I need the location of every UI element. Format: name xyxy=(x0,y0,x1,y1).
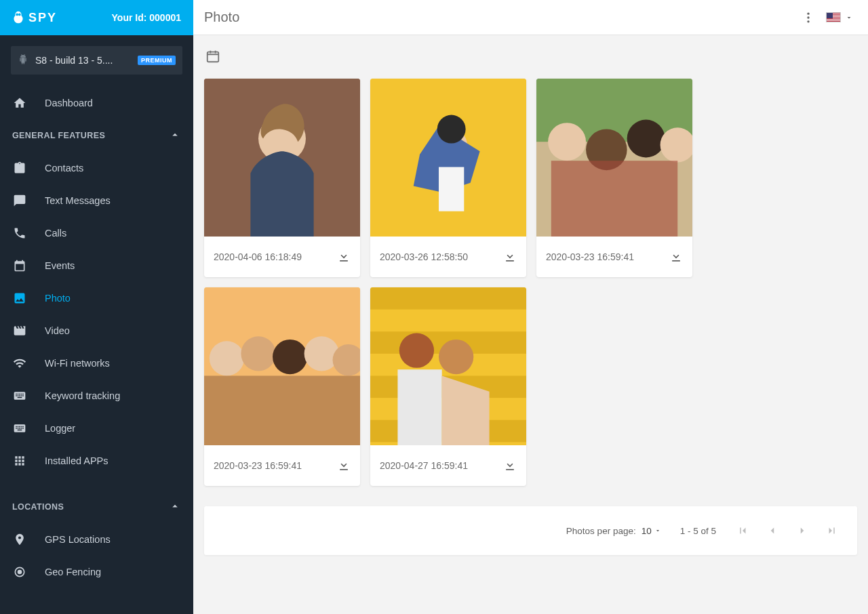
keyboard-icon xyxy=(12,421,27,436)
brand-text: SPY xyxy=(28,11,57,25)
photo-timestamp: 2020-04-27 16:59:41 xyxy=(380,460,468,471)
chevron-down-icon xyxy=(654,527,661,534)
per-page-label: Photos per page: xyxy=(566,526,636,536)
calendar-filter-button[interactable] xyxy=(205,49,222,65)
svg-point-15 xyxy=(548,123,586,161)
prev-page-button[interactable] xyxy=(765,523,780,538)
wifi-icon xyxy=(12,356,27,371)
sidebar-item-label: Installed APPs xyxy=(45,455,108,466)
chevron-down-icon xyxy=(845,14,853,22)
photo-card[interactable]: 2020-04-06 16:18:49 xyxy=(204,79,360,277)
sidebar-item-label: Dashboard xyxy=(45,98,93,108)
svg-point-23 xyxy=(241,336,275,371)
target-icon xyxy=(12,565,27,579)
video-icon xyxy=(12,323,27,338)
sidebar-item-label: Video xyxy=(45,325,70,336)
sidebar-item-gps-locations[interactable]: GPS Locations xyxy=(0,523,193,556)
sidebar-item-contacts[interactable]: Contacts xyxy=(0,152,193,184)
svg-point-2 xyxy=(807,12,809,14)
photo-card[interactable]: 2020-03-23 16:59:41 xyxy=(204,287,360,486)
svg-point-25 xyxy=(304,336,339,371)
download-button[interactable] xyxy=(669,250,683,264)
section-general-features[interactable]: GENERAL FEATURES xyxy=(0,119,193,152)
page-title: Photo xyxy=(204,9,239,25)
svg-point-12 xyxy=(437,115,466,144)
photo-card-footer: 2020-03-23 16:59:41 xyxy=(204,445,360,486)
svg-point-33 xyxy=(399,333,434,368)
sidebar-item-text-messages[interactable]: Text Messages xyxy=(0,184,193,217)
clipboard-icon xyxy=(12,161,27,176)
sidebar-item-video[interactable]: Video xyxy=(0,314,193,347)
section-label: GENERAL FEATURES xyxy=(12,131,105,140)
sidebar-item-label: Contacts xyxy=(45,163,83,173)
svg-point-17 xyxy=(627,120,665,158)
chat-icon xyxy=(12,193,27,208)
per-page-select[interactable]: 10 xyxy=(642,526,661,536)
device-selector[interactable]: S8 - build 13 - 5.... PREMIUM xyxy=(11,46,182,75)
more-menu-button[interactable] xyxy=(800,9,816,26)
sidebar-item-calls[interactable]: Calls xyxy=(0,217,193,249)
svg-point-3 xyxy=(807,16,809,18)
download-button[interactable] xyxy=(503,459,517,472)
us-flag-icon xyxy=(826,12,841,22)
sidebar-item-geo-fencing[interactable]: Geo Fencing xyxy=(0,556,193,588)
language-selector[interactable] xyxy=(826,12,853,22)
svg-rect-27 xyxy=(204,375,360,445)
photo-timestamp: 2020-03-23 16:59:41 xyxy=(546,251,634,262)
sidebar-item-label: Text Messages xyxy=(45,195,111,206)
sidebar-item-wifi[interactable]: Wi-Fi networks xyxy=(0,347,193,380)
section-locations[interactable]: LOCATIONS xyxy=(0,491,193,523)
photo-timestamp: 2020-04-06 16:18:49 xyxy=(214,251,302,262)
keyboard-icon xyxy=(12,388,27,403)
next-page-button[interactable] xyxy=(795,523,810,538)
photo-timestamp: 2020-03-26 12:58:50 xyxy=(380,251,468,262)
photo-grid: 2020-04-06 16:18:49 2020-03-26 12:58:50 xyxy=(204,79,857,486)
chevron-up-icon xyxy=(169,500,181,514)
svg-point-34 xyxy=(439,340,473,374)
svg-point-24 xyxy=(273,340,307,374)
photo-thumbnail xyxy=(370,79,526,237)
photo-card[interactable]: 2020-03-23 16:59:41 xyxy=(536,79,692,277)
sidebar-item-keyword-tracking[interactable]: Keyword tracking xyxy=(0,380,193,412)
android-icon xyxy=(18,54,28,67)
topbar: Photo xyxy=(193,0,868,35)
download-button[interactable] xyxy=(337,459,351,472)
phone-icon xyxy=(12,226,27,241)
page-range-label: 1 - 5 of 5 xyxy=(680,526,716,536)
calendar-icon xyxy=(205,49,220,64)
main-area: Photo 2020-04-06 16:18:49 xyxy=(193,0,868,614)
home-icon xyxy=(12,96,27,110)
photo-icon xyxy=(12,291,27,306)
sidebar-item-label: Logger xyxy=(45,423,75,434)
photo-card-footer: 2020-04-06 16:18:49 xyxy=(204,237,360,277)
photo-thumbnail xyxy=(204,287,360,445)
sidebar-item-logger[interactable]: Logger xyxy=(0,412,193,445)
sidebar-item-dashboard[interactable]: Dashboard xyxy=(0,87,193,119)
premium-badge: PREMIUM xyxy=(138,56,176,65)
sidebar-item-label: Calls xyxy=(45,228,66,239)
user-id-label: Your Id: 000001 xyxy=(112,12,181,23)
photo-card-footer: 2020-03-23 16:59:41 xyxy=(536,237,692,277)
sidebar-item-label: GPS Locations xyxy=(45,534,111,545)
photo-card[interactable]: 2020-04-27 16:59:41 xyxy=(370,287,526,486)
sidebar: SPY Your Id: 000001 S8 - build 13 - 5...… xyxy=(0,0,193,614)
sidebar-item-installed-apps[interactable]: Installed APPs xyxy=(0,445,193,477)
pagination-bar: Photos per page: 10 1 - 5 of 5 xyxy=(204,506,857,555)
photo-thumbnail xyxy=(370,287,526,445)
photo-card[interactable]: 2020-03-26 12:58:50 xyxy=(370,79,526,277)
per-page-value: 10 xyxy=(642,526,652,536)
last-page-button[interactable] xyxy=(825,523,840,538)
svg-point-22 xyxy=(210,341,244,375)
calendar-icon xyxy=(12,258,27,273)
content: 2020-04-06 16:18:49 2020-03-26 12:58:50 xyxy=(193,35,868,614)
download-button[interactable] xyxy=(503,250,517,264)
photo-thumbnail xyxy=(536,79,692,237)
sidebar-item-label: Wi-Fi networks xyxy=(45,358,110,369)
brand-logo[interactable]: SPY xyxy=(11,10,57,25)
photo-thumbnail xyxy=(204,79,360,237)
sidebar-item-events[interactable]: Events xyxy=(0,249,193,282)
svg-point-1 xyxy=(18,571,22,574)
sidebar-item-photo[interactable]: Photo xyxy=(0,282,193,314)
first-page-button[interactable] xyxy=(735,523,750,538)
download-button[interactable] xyxy=(337,250,351,264)
